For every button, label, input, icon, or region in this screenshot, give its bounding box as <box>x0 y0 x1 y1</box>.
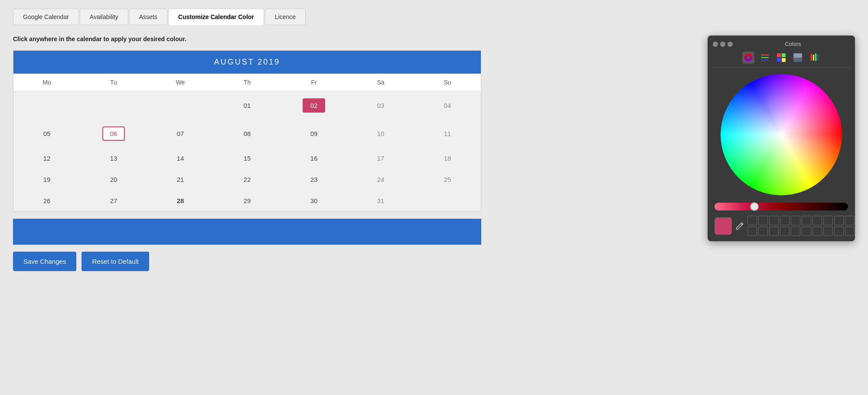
calendar-day-cell[interactable]: 03 <box>347 91 414 120</box>
calendar-day-cell[interactable]: 08 <box>214 120 281 148</box>
calendar-day-cell[interactable] <box>13 91 80 120</box>
calendar-footer-bar[interactable] <box>13 219 481 245</box>
cp-title: Colors <box>736 41 850 47</box>
calendar-day-cell[interactable]: 12 <box>13 148 80 169</box>
calendar-day-cell[interactable]: 13 <box>80 148 147 169</box>
calendar-day-cell[interactable]: 23 <box>281 169 347 190</box>
cp-wheel-container[interactable] <box>713 72 850 198</box>
col-header-th: Th <box>214 74 281 91</box>
cp-mode-pencils[interactable] <box>808 52 820 64</box>
calendar-header-row: Mo Tu We Th Fr Sa Su <box>13 74 481 91</box>
swatch-cell[interactable] <box>758 227 768 236</box>
calendar-day-cell[interactable]: 16 <box>281 148 347 169</box>
image-icon <box>793 53 803 62</box>
swatch-cell[interactable] <box>813 216 822 225</box>
content-area: Click anywhere in the calendar to apply … <box>13 36 855 271</box>
color-picker-panel: Colors <box>708 36 855 241</box>
calendar-day-cell[interactable]: 17 <box>347 148 414 169</box>
cp-minimize-dot[interactable] <box>720 42 725 47</box>
swatch-cell[interactable] <box>769 216 779 225</box>
calendar-day-cell[interactable]: 19 <box>13 169 80 190</box>
calendar[interactable]: AUGUST 2019 Mo Tu We Th Fr Sa Su <box>13 50 481 212</box>
cp-close-dot[interactable] <box>713 42 718 47</box>
cp-slider-thumb[interactable] <box>750 202 759 211</box>
cp-maximize-dot[interactable] <box>728 42 733 47</box>
cp-slider-row[interactable] <box>713 203 850 210</box>
save-button[interactable]: Save Changes <box>13 252 76 271</box>
calendar-day-cell[interactable]: 21 <box>147 169 214 190</box>
swatch-cell[interactable] <box>823 227 833 236</box>
calendar-day-cell[interactable]: 11 <box>414 120 481 148</box>
calendar-day-cell[interactable]: 28 <box>147 190 214 211</box>
calendar-day-cell[interactable]: 18 <box>414 148 481 169</box>
calendar-day-cell[interactable]: 30 <box>281 190 347 211</box>
swatch-cell[interactable] <box>780 227 790 236</box>
svg-point-18 <box>721 74 842 195</box>
cp-traffic-lights <box>713 42 733 47</box>
calendar-day-cell[interactable]: 31 <box>347 190 414 211</box>
swatch-cell[interactable] <box>802 216 811 225</box>
calendar-day-cell[interactable]: 27 <box>80 190 147 211</box>
reset-button[interactable]: Reset to Default <box>82 252 149 271</box>
swatch-cell[interactable] <box>845 216 855 225</box>
cp-mode-wheel[interactable] <box>742 52 754 64</box>
calendar-day-cell[interactable] <box>80 91 147 120</box>
calendar-day-cell[interactable]: 02 <box>281 91 347 120</box>
swatch-cell[interactable] <box>758 216 768 225</box>
calendar-day-cell[interactable]: 10 <box>347 120 414 148</box>
swatch-cell[interactable] <box>834 216 844 225</box>
color-wheel-icon <box>744 53 753 62</box>
calendar-day-cell[interactable]: 22 <box>214 169 281 190</box>
tab-bar: Google Calendar Availability Assets Cust… <box>13 9 855 25</box>
color-wheel-svg[interactable] <box>718 72 844 198</box>
tab-availability[interactable]: Availability <box>80 9 128 25</box>
col-header-we: We <box>147 74 214 91</box>
button-row: Save Changes Reset to Default <box>13 252 481 271</box>
svg-rect-5 <box>761 60 769 61</box>
calendar-day-cell[interactable]: 29 <box>214 190 281 211</box>
swatch-cell[interactable] <box>791 227 800 236</box>
cp-eyedropper-button[interactable] <box>735 220 744 233</box>
swatch-cell[interactable] <box>813 227 822 236</box>
svg-point-2 <box>747 56 750 59</box>
swatch-cell[interactable] <box>823 216 833 225</box>
tab-licence[interactable]: Licence <box>265 9 306 25</box>
calendar-day-cell[interactable]: 14 <box>147 148 214 169</box>
swatch-cell[interactable] <box>747 227 757 236</box>
tab-customize-calendar-color[interactable]: Customize Calendar Color <box>168 9 264 25</box>
calendar-day-cell[interactable] <box>147 91 214 120</box>
cp-mode-sliders[interactable] <box>759 52 771 64</box>
cp-swatch-grid <box>747 216 855 236</box>
col-header-sa: Sa <box>347 74 414 91</box>
calendar-day-cell[interactable]: 24 <box>347 169 414 190</box>
cp-current-color-swatch[interactable] <box>715 217 732 235</box>
swatch-cell[interactable] <box>802 227 811 236</box>
tab-assets[interactable]: Assets <box>129 9 167 25</box>
swatch-cell[interactable] <box>845 227 855 236</box>
calendar-day-cell[interactable]: 25 <box>414 169 481 190</box>
calendar-day-cell[interactable]: 20 <box>80 169 147 190</box>
swatch-cell[interactable] <box>769 227 779 236</box>
calendar-day-cell[interactable]: 06 <box>80 120 147 148</box>
svg-rect-14 <box>813 55 814 61</box>
day-highlighted-outline: 06 <box>102 126 125 141</box>
calendar-week-row: 12131415161718 <box>13 148 481 169</box>
svg-rect-15 <box>815 53 816 61</box>
calendar-day-cell[interactable]: 09 <box>281 120 347 148</box>
calendar-day-cell[interactable]: 15 <box>214 148 281 169</box>
calendar-day-cell[interactable]: 07 <box>147 120 214 148</box>
swatch-cell[interactable] <box>747 216 757 225</box>
calendar-day-cell[interactable]: 04 <box>414 91 481 120</box>
swatch-cell[interactable] <box>780 216 790 225</box>
calendar-day-cell[interactable]: 01 <box>214 91 281 120</box>
calendar-week-row: 05060708091011 <box>13 120 481 148</box>
calendar-day-cell[interactable] <box>414 190 481 211</box>
cp-brightness-slider[interactable] <box>715 203 848 210</box>
swatch-cell[interactable] <box>791 216 800 225</box>
calendar-day-cell[interactable]: 05 <box>13 120 80 148</box>
cp-mode-image[interactable] <box>792 52 804 64</box>
cp-mode-swatches[interactable] <box>775 52 787 64</box>
tab-google-calendar[interactable]: Google Calendar <box>13 9 79 25</box>
calendar-day-cell[interactable]: 26 <box>13 190 80 211</box>
swatch-cell[interactable] <box>834 227 844 236</box>
